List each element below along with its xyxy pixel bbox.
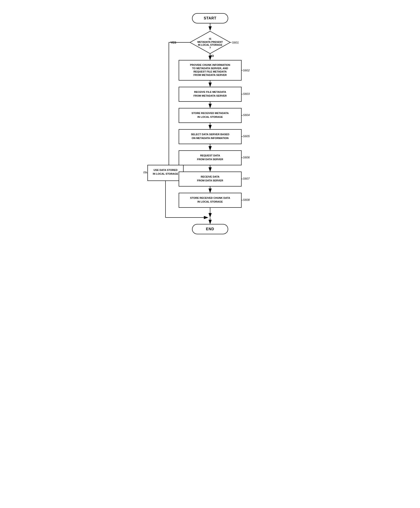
start-label: START xyxy=(204,16,216,20)
end-label: END xyxy=(206,227,214,231)
decision-text-line1: IS xyxy=(209,37,211,40)
s607-text-2: FROM DATA SERVER xyxy=(197,179,223,182)
decision-text-line2: METADATA PRESENT xyxy=(197,41,223,43)
s602-text-2: TO METADATA SERVER, AND xyxy=(192,67,228,70)
step-s609-label: S609 xyxy=(143,171,147,174)
s605-text-1: SELECT DATA SERVER BASED xyxy=(191,133,229,136)
step-s608-label: S608 xyxy=(243,198,250,202)
s609-text-1: USE DATA STORED xyxy=(154,169,177,171)
step-s602-label: S602 xyxy=(243,69,250,72)
s604-text-1: STORE RECEIVED METADATA xyxy=(191,112,229,114)
step-s603-label: S603 xyxy=(243,92,250,96)
s606-text-1: REQUEST DATA xyxy=(200,154,220,157)
s609-text-2: IN LOCAL STORAGE xyxy=(153,172,178,175)
s603-text-2: FROM METADATA SERVER xyxy=(193,94,227,97)
decision-text-line3: IN LOCAL STORAGE xyxy=(198,44,222,46)
s602-text-1: PROVIDE CHUNK INFORMATION xyxy=(190,64,230,66)
s602-text-4: FROM METADATA SERVER xyxy=(193,74,227,76)
step-s601-label: S601 xyxy=(232,41,239,44)
step-s607-label: S607 xyxy=(243,177,250,180)
s607-text-1: RECEIVE DATA xyxy=(201,175,220,178)
s606-text-2: FROM DATA SERVER xyxy=(197,158,223,161)
s608-text-2: IN LOCAL STORAGE xyxy=(197,200,223,203)
diagram-container: START IS METADATA PRESENT IN LOCAL STORA… xyxy=(143,4,277,248)
s603-text-1: RECEIVE FILE METADATA xyxy=(194,90,226,93)
s604-text-2: IN LOCAL STORAGE xyxy=(197,116,223,118)
decision-text-line4: ? xyxy=(209,46,211,49)
step-s606-label: S606 xyxy=(243,156,250,159)
s605-text-2: ON METADATA INFORMATION xyxy=(192,137,228,139)
s602-text-3: REQUEST FILE METADATA xyxy=(193,70,227,73)
step-s605-label: S605 xyxy=(243,134,250,138)
s608-text-1: STORE RECEIVED CHUNK DATA xyxy=(190,197,230,199)
step-s604-label: S604 xyxy=(243,113,250,117)
